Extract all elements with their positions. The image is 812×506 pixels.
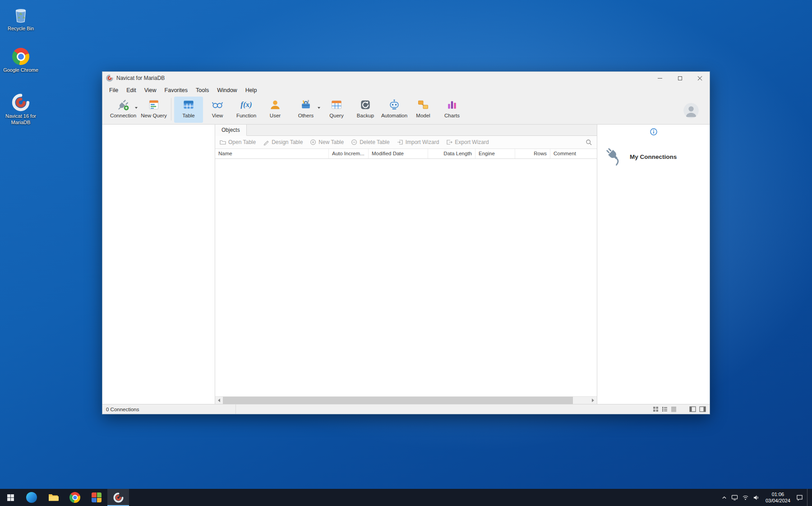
taskbar-chrome-button[interactable] xyxy=(64,489,86,506)
menu-help[interactable]: Help xyxy=(241,86,261,95)
connection-plug-icon xyxy=(116,98,130,111)
toolbar-table[interactable]: Table xyxy=(174,97,203,123)
volume-icon[interactable] xyxy=(753,495,760,501)
toolbar-view[interactable]: View xyxy=(203,97,232,123)
chrome-icon xyxy=(69,492,80,503)
taskbar-edge-button[interactable] xyxy=(21,489,42,506)
windows-logo-icon xyxy=(7,494,14,501)
toolbar-label: Backup xyxy=(357,113,374,118)
taskbar-navicat-button[interactable] xyxy=(107,489,129,506)
new-table-button[interactable]: New Table xyxy=(310,139,344,145)
toolbar-label: Table xyxy=(182,113,195,118)
titlebar[interactable]: Navicat for MariaDB xyxy=(102,72,710,84)
export-wizard-button[interactable]: Export Wizard xyxy=(446,139,489,145)
toolbar-new-query[interactable]: New Query xyxy=(139,97,168,123)
detail-view-button[interactable] xyxy=(671,406,677,412)
column-header-engine[interactable]: Engine xyxy=(475,149,515,158)
display-icon[interactable] xyxy=(731,495,738,501)
view-icon xyxy=(211,98,224,111)
minimize-icon xyxy=(658,78,662,79)
desktop-icon-navicat[interactable]: Navicat 16 for MariaDB xyxy=(0,93,42,126)
toolbar-user[interactable]: User xyxy=(261,97,290,123)
user-avatar[interactable] xyxy=(683,103,699,118)
connections-sidebar[interactable] xyxy=(102,125,215,404)
search-icon[interactable] xyxy=(586,139,592,146)
taskbar-clock[interactable]: 01:06 03/04/2024 xyxy=(764,491,792,504)
network-icon[interactable] xyxy=(742,495,749,501)
clock-time: 01:06 xyxy=(766,491,790,497)
column-header-comment[interactable]: Comment xyxy=(550,149,597,158)
connections-count: 0 Connections xyxy=(106,407,139,412)
toggle-right-panel-button[interactable] xyxy=(699,406,706,412)
menu-view[interactable]: View xyxy=(140,86,161,95)
close-button[interactable] xyxy=(690,72,710,84)
toggle-left-panel-button[interactable] xyxy=(689,406,696,412)
show-desktop-button[interactable] xyxy=(807,489,809,506)
toolbar-charts[interactable]: Charts xyxy=(438,97,466,123)
open-table-button[interactable]: Open Table xyxy=(220,139,256,145)
chrome-icon xyxy=(11,47,31,66)
maximize-icon xyxy=(678,76,682,80)
column-header-modified-date[interactable]: Modified Date xyxy=(369,149,428,158)
backup-icon xyxy=(359,98,372,111)
toolbar-model[interactable]: Model xyxy=(409,97,438,123)
navicat-window: Navicat for MariaDB File Edit View Favor… xyxy=(102,71,710,414)
menu-file[interactable]: File xyxy=(105,86,122,95)
toolbar-query[interactable]: Query xyxy=(322,97,351,123)
desktop-icon-google-chrome[interactable]: Google Chrome xyxy=(0,47,42,74)
list-view-button[interactable] xyxy=(662,406,668,412)
info-icon[interactable] xyxy=(650,128,657,137)
right-arrow-icon xyxy=(592,399,594,402)
taskbar-app-button[interactable] xyxy=(86,489,107,506)
menu-favorites[interactable]: Favorites xyxy=(161,86,192,95)
design-table-button[interactable]: Design Table xyxy=(263,139,303,145)
start-button[interactable] xyxy=(0,489,21,506)
toolbar-others[interactable]: Others xyxy=(290,97,322,123)
big-icons-view-button[interactable] xyxy=(653,406,659,412)
desktop-background: Recycle Bin Google Chrome Navicat 16 for… xyxy=(0,0,812,506)
scroll-right-arrow[interactable] xyxy=(589,397,597,404)
tab-objects[interactable]: Objects xyxy=(215,125,247,136)
minimize-button[interactable] xyxy=(650,72,670,84)
desktop-icon-label: Recycle Bin xyxy=(0,26,42,32)
toolbar-automation[interactable]: Automation xyxy=(380,97,409,123)
desktop-icon-recycle-bin[interactable]: Recycle Bin xyxy=(0,5,42,32)
toolbar-label: Others xyxy=(298,113,314,118)
toolbar-label: Query xyxy=(329,113,343,118)
tab-label: Objects xyxy=(221,127,240,133)
automation-robot-icon xyxy=(388,98,401,111)
menu-window[interactable]: Window xyxy=(213,86,241,95)
tray-expand-icon[interactable] xyxy=(721,495,727,501)
column-header-auto-increment[interactable]: Auto Increm... xyxy=(329,149,369,158)
horizontal-scrollbar[interactable] xyxy=(215,396,597,404)
edge-icon xyxy=(26,492,37,503)
maximize-button[interactable] xyxy=(670,72,690,84)
chevron-down-icon[interactable] xyxy=(318,107,320,109)
table-body-empty[interactable] xyxy=(215,159,597,396)
my-connections-item[interactable]: My Connections xyxy=(604,145,677,168)
column-header-data-length[interactable]: Data Length xyxy=(428,149,475,158)
taskbar-file-explorer-button[interactable] xyxy=(42,489,64,506)
app-logo-icon xyxy=(106,74,113,82)
chevron-down-icon[interactable] xyxy=(135,107,138,109)
my-connections-label: My Connections xyxy=(630,153,677,160)
toolbar-function[interactable]: f(x) Function xyxy=(232,97,261,123)
menu-tools[interactable]: Tools xyxy=(192,86,213,95)
toolbar-backup[interactable]: Backup xyxy=(351,97,380,123)
file-explorer-icon xyxy=(48,492,59,503)
column-header-rows[interactable]: Rows xyxy=(515,149,550,158)
scrollbar-thumb[interactable] xyxy=(223,397,573,404)
notification-center-icon[interactable] xyxy=(796,494,803,501)
column-header-name[interactable]: Name xyxy=(215,149,329,158)
table-header-row: Name Auto Increm... Modified Date Data L… xyxy=(215,149,597,159)
import-wizard-button[interactable]: Import Wizard xyxy=(397,139,439,145)
menu-edit[interactable]: Edit xyxy=(122,86,140,95)
function-icon: f(x) xyxy=(240,98,253,111)
toolbar-label: Charts xyxy=(444,113,460,118)
delete-table-button[interactable]: Delete Table xyxy=(351,139,390,145)
desktop-icon-label: Navicat 16 for MariaDB xyxy=(0,113,42,126)
toolbar-connection[interactable]: Connection xyxy=(107,97,139,123)
scroll-left-arrow[interactable] xyxy=(215,397,223,404)
menu-bar: File Edit View Favorites Tools Window He… xyxy=(102,84,710,96)
toolbar-label: View xyxy=(212,113,223,118)
